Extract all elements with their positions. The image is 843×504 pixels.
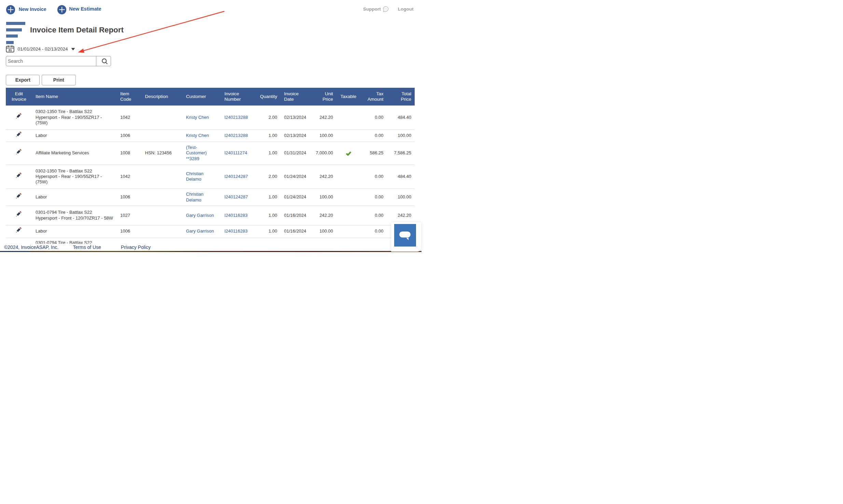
svg-text:31: 31 <box>8 48 12 52</box>
